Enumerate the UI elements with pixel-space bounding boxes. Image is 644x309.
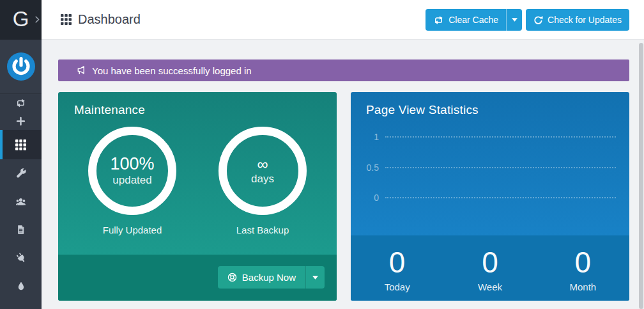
gridline-05: 0.5 — [351, 163, 616, 172]
sidebar-item-dashboard[interactable] — [0, 130, 42, 159]
sidebar-item-add-new[interactable] — [0, 112, 42, 130]
y-tick-05: 0.5 — [351, 162, 385, 173]
sidebar-item-configuration[interactable] — [0, 159, 42, 187]
page-title-label: Dashboard — [78, 12, 141, 27]
retweet-icon — [433, 16, 444, 24]
sidebar-item-accounts[interactable] — [0, 187, 42, 216]
gridline-dots — [385, 167, 616, 168]
bullhorn-icon — [75, 66, 86, 75]
clear-cache-label: Clear Cache — [448, 15, 498, 25]
clear-cache-button[interactable]: Clear Cache — [425, 9, 506, 31]
total-week-label: Week — [478, 281, 502, 292]
power-icon — [6, 52, 36, 81]
page-title: Dashboard — [61, 0, 141, 39]
updated-gauge-unit: updated — [112, 174, 151, 187]
sidebar-item-plugins[interactable] — [0, 244, 42, 272]
backup-now-label: Backup Now — [242, 272, 296, 283]
backup-split-button: Backup Now — [218, 266, 325, 289]
droplet-icon — [17, 281, 26, 291]
updated-gauge-caption: Fully Updated — [103, 225, 162, 235]
updated-gauge-value: 100% — [110, 155, 154, 173]
maintenance-card: Maintenance 100% updated Fully Updated ∞… — [58, 92, 337, 301]
sidebar-item-pages[interactable] — [0, 216, 42, 244]
y-tick-1: 1 — [351, 132, 385, 142]
users-icon — [15, 197, 26, 207]
total-month-value: 0 — [575, 248, 592, 277]
plus-icon — [16, 116, 26, 126]
total-today-value: 0 — [389, 248, 406, 277]
gridline-dots — [385, 136, 616, 138]
alert-message: You have been successfully logged in — [92, 65, 252, 76]
logo-letter: G — [13, 8, 29, 32]
sidebar-item-clear-cache[interactable] — [0, 94, 42, 112]
user-avatar[interactable] — [0, 40, 42, 94]
updated-gauge-circle: 100% updated — [88, 127, 176, 215]
gridline-0: 0 — [351, 193, 616, 202]
backup-gauge-unit: days — [251, 173, 274, 186]
backup-dropdown-toggle[interactable] — [305, 266, 325, 289]
grid-icon — [61, 14, 72, 25]
caret-down-icon — [312, 276, 318, 280]
sidebar: G — [0, 0, 42, 309]
vertical-scrollbar — [638, 40, 644, 309]
gridline-1: 1 — [351, 132, 616, 141]
sidebar-nav — [0, 94, 42, 300]
stats-title: Page View Statistics — [366, 103, 479, 117]
maintenance-footer: Backup Now — [58, 255, 337, 301]
stats-footer: 0 Today 0 Week 0 Month — [351, 235, 629, 301]
total-week-value: 0 — [482, 248, 498, 277]
y-tick-0: 0 — [351, 193, 385, 203]
backup-gauge-caption: Last Backup — [236, 225, 289, 235]
total-today-label: Today — [385, 281, 410, 292]
backup-gauge-circle: ∞ days — [218, 127, 307, 215]
sidebar-toggle-button[interactable] — [33, 13, 41, 25]
retweet-icon — [15, 99, 26, 107]
backup-now-button[interactable]: Backup Now — [218, 266, 305, 289]
grid-icon — [15, 139, 26, 150]
total-month-label: Month — [569, 281, 596, 292]
backup-gauge: ∞ days Last Backup — [215, 127, 310, 235]
backup-gauge-value: ∞ — [257, 156, 268, 172]
clear-cache-split-button: Clear Cache — [425, 9, 522, 31]
total-today: 0 Today — [351, 239, 443, 301]
updated-gauge: 100% updated Fully Updated — [84, 127, 180, 235]
page-view-statistics-card: Page View Statistics 1 0.5 0 0 Today 0 W… — [351, 92, 629, 301]
total-month: 0 Month — [537, 239, 629, 301]
total-week: 0 Week — [443, 239, 536, 301]
topbar: Dashboard Clear Cache Check for U — [42, 0, 644, 40]
caret-down-icon — [512, 18, 518, 22]
refresh-icon — [533, 15, 543, 25]
chevron-right-icon — [35, 16, 40, 23]
login-success-alert: You have been successfully logged in — [58, 59, 629, 81]
check-for-updates-button[interactable]: Check for Updates — [526, 9, 629, 31]
gridline-dots — [385, 197, 616, 198]
plug-icon — [16, 253, 26, 263]
maintenance-title: Maintenance — [74, 103, 145, 117]
life-ring-icon — [227, 273, 237, 282]
wrench-icon — [16, 168, 26, 178]
sidebar-item-themes[interactable] — [0, 272, 42, 300]
maintenance-gauges: 100% updated Fully Updated ∞ days Last B… — [58, 127, 337, 235]
scrollbar-thumb[interactable] — [639, 43, 643, 309]
topbar-actions: Clear Cache Check for Updates — [425, 9, 629, 31]
app-logo[interactable]: G — [0, 0, 42, 40]
check-for-updates-label: Check for Updates — [548, 15, 622, 25]
clear-cache-dropdown-toggle[interactable] — [506, 9, 522, 31]
file-icon — [16, 225, 26, 235]
